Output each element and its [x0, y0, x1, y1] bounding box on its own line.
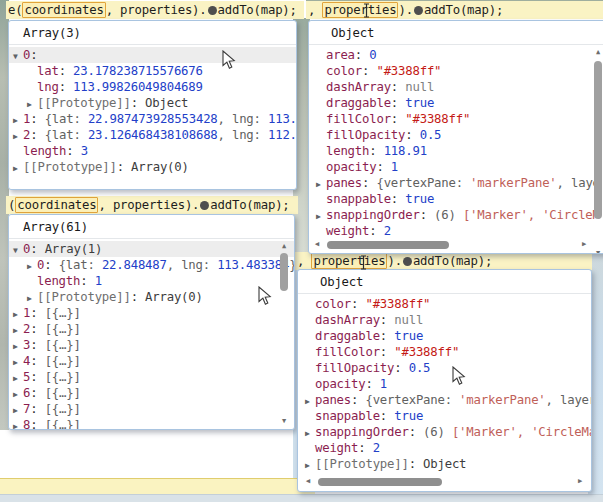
source-code-line[interactable]: , properties).addTo(map); — [306, 1, 603, 19]
scroll-up-icon[interactable]: ▲ — [592, 47, 603, 58]
horizontal-scrollbar[interactable]: ◀ ▶ — [302, 476, 586, 488]
object-tree-row[interactable]: ▶[[Prototype]]: Array(0) — [9, 289, 294, 305]
object-tree-row[interactable]: ▶1: {lat: 22.987473928553428, lng: 113.4… — [9, 111, 296, 127]
object-tree-row[interactable]: ▶[[Prototype]]: Array(0) — [9, 159, 296, 175]
object-tree-row[interactable]: ▶snappingOrder: (6) ['Marker', 'CircleMa… — [298, 424, 591, 440]
hovered-variable-coordinates[interactable]: coordinates — [22, 2, 105, 18]
object-tree-row[interactable]: fillOpacity: 0.5 — [298, 360, 591, 376]
object-tree-row[interactable]: snappable: true — [309, 191, 603, 207]
object-tree-row[interactable]: draggable: true — [309, 95, 603, 111]
object-tree-row[interactable]: opacity: 1 — [298, 376, 591, 392]
object-tree-row[interactable]: ▶7: [{…}] — [9, 401, 294, 417]
popup-header[interactable]: Object — [309, 21, 603, 45]
object-tree-row[interactable]: ▶6: [{…}] — [9, 385, 294, 401]
expand-triangle-icon[interactable]: ▶ — [305, 426, 315, 440]
scroll-up-icon[interactable]: ▲ — [278, 241, 290, 252]
object-tree-row[interactable]: ▶0: {lat: 22.848487, lng: 113.483384} — [9, 257, 294, 273]
expand-triangle-icon[interactable]: ▶ — [27, 97, 37, 111]
object-tree-row[interactable]: snappable: true — [298, 408, 591, 424]
object-tree-row[interactable]: color: "#3388ff" — [298, 296, 591, 312]
scrollbar-thumb[interactable] — [280, 253, 288, 291]
object-tree-row[interactable]: ▶8: [{…}] — [9, 417, 294, 430]
scroll-left-icon[interactable]: ◀ — [311, 239, 323, 250]
object-tree-row[interactable]: ▼0: — [9, 47, 296, 63]
expand-triangle-icon[interactable]: ▶ — [316, 177, 326, 191]
expand-triangle-icon[interactable]: ▶ — [13, 419, 23, 430]
expand-triangle-icon[interactable]: ▶ — [13, 387, 23, 401]
object-tree-row[interactable]: lat: 23.178238715576676 — [9, 63, 296, 79]
expand-triangle-icon[interactable]: ▶ — [13, 371, 23, 385]
scroll-down-icon[interactable]: ▼ — [278, 416, 290, 427]
scroll-right-icon[interactable]: ▶ — [578, 239, 590, 250]
object-tree-row[interactable]: dashArray: null — [309, 79, 603, 95]
scroll-left-icon[interactable]: ◀ — [302, 476, 314, 487]
object-tree-row[interactable]: fillColor: "#3388ff" — [298, 344, 591, 360]
property-key: area — [326, 48, 355, 62]
collapse-triangle-icon[interactable]: ▼ — [13, 49, 23, 63]
inline-breakpoint-icon[interactable] — [403, 257, 412, 266]
property-value: [{…}] — [45, 402, 81, 416]
object-tree-row[interactable]: area: 0 — [309, 47, 603, 63]
expand-triangle-icon[interactable]: ▶ — [13, 403, 23, 417]
vertical-scrollbar[interactable]: ▲ ▼ — [278, 241, 290, 427]
object-tree-row[interactable]: ▶snappingOrder: (6) ['Marker', 'CircleM — [309, 207, 603, 223]
source-code-line[interactable]: (coordinates, properties).addTo(map); — [6, 196, 298, 214]
source-code-line[interactable]: , properties).addTo(map); — [295, 252, 592, 270]
scroll-right-icon[interactable]: ▶ — [574, 476, 586, 487]
object-tree-row[interactable]: ▶panes: {vertexPane: 'markerPane', laye — [309, 175, 603, 191]
scrollbar-thumb[interactable] — [327, 241, 449, 249]
source-code-line[interactable]: e(coordinates, properties).addTo(map); — [6, 1, 304, 19]
object-tree-row[interactable]: ▶[[Prototype]]: Object — [298, 456, 591, 472]
object-tree-row[interactable]: weight: 2 — [309, 223, 603, 239]
property-value: 113.99826049804689 — [73, 80, 203, 94]
expand-triangle-icon[interactable]: ▶ — [13, 113, 23, 127]
expand-triangle-icon[interactable]: ▶ — [13, 161, 23, 175]
object-tree-row[interactable]: opacity: 1 — [309, 159, 603, 175]
object-tree-row[interactable]: fillOpacity: 0.5 — [309, 127, 603, 143]
object-tree-row[interactable]: lng: 113.99826049804689 — [9, 79, 296, 95]
object-tree-row[interactable]: ▶1: [{…}] — [9, 305, 294, 321]
object-tree-row[interactable]: ▶2: [{…}] — [9, 321, 294, 337]
expand-triangle-icon[interactable]: ▶ — [305, 458, 315, 472]
object-tree-row[interactable]: fillColor: "#3388ff" — [309, 111, 603, 127]
expand-triangle-icon[interactable]: ▶ — [27, 259, 37, 273]
hovered-variable-properties[interactable]: properties — [322, 2, 398, 18]
collapse-triangle-icon[interactable]: ▼ — [13, 243, 23, 257]
hovered-variable-properties[interactable]: properties — [311, 253, 387, 269]
expand-triangle-icon[interactable]: ▶ — [13, 339, 23, 353]
object-tree-row[interactable]: ▶panes: {vertexPane: 'markerPane', layer… — [298, 392, 591, 408]
object-tree-row[interactable]: ▶2: {lat: 23.126468438108688, lng: 112.8… — [9, 127, 296, 143]
inline-breakpoint-icon[interactable] — [208, 6, 217, 15]
expand-triangle-icon[interactable]: ▶ — [13, 355, 23, 369]
expand-triangle-icon[interactable]: ▶ — [27, 291, 37, 305]
object-tree-row[interactable]: ▶4: [{…}] — [9, 353, 294, 369]
popup-header[interactable]: Array(61) — [9, 215, 294, 239]
popup-header[interactable]: Array(3) — [9, 21, 296, 45]
expand-triangle-icon[interactable]: ▶ — [316, 209, 326, 223]
object-tree-row[interactable]: ▶5: [{…}] — [9, 369, 294, 385]
expand-triangle-icon[interactable]: ▶ — [13, 129, 23, 143]
object-tree-row[interactable]: length: 3 — [9, 143, 296, 159]
object-tree-row[interactable]: length: 1 — [9, 273, 294, 289]
object-tree-row[interactable]: dashArray: null — [298, 312, 591, 328]
expand-triangle-icon[interactable]: ▶ — [13, 323, 23, 337]
object-tree-row[interactable]: ▶3: [{…}] — [9, 337, 294, 353]
scroll-down-icon[interactable]: ▼ — [592, 248, 603, 254]
vertical-scrollbar[interactable]: ▲ ▼ — [592, 47, 603, 254]
object-tree-row[interactable]: draggable: true — [298, 328, 591, 344]
expand-triangle-icon[interactable]: ▶ — [305, 394, 315, 408]
expand-triangle-icon[interactable]: ▶ — [13, 307, 23, 321]
inline-breakpoint-icon[interactable] — [200, 201, 209, 210]
key-value-separator: : — [376, 160, 390, 174]
object-tree-row[interactable]: length: 118.91 — [309, 143, 603, 159]
scrollbar-thumb[interactable] — [318, 478, 442, 486]
inline-breakpoint-icon[interactable] — [414, 6, 423, 15]
popup-header[interactable]: Object — [298, 270, 591, 294]
object-tree-row[interactable]: color: "#3388ff" — [309, 63, 603, 79]
hovered-variable-coordinates[interactable]: coordinates — [15, 197, 98, 213]
horizontal-scrollbar[interactable]: ◀ ▶ — [311, 239, 590, 251]
scrollbar-thumb[interactable] — [594, 61, 602, 219]
object-tree-row[interactable]: ▼0: Array(1) — [9, 241, 294, 257]
object-tree-row[interactable]: ▶[[Prototype]]: Object — [9, 95, 296, 111]
object-tree-row[interactable]: weight: 2 — [298, 440, 591, 456]
